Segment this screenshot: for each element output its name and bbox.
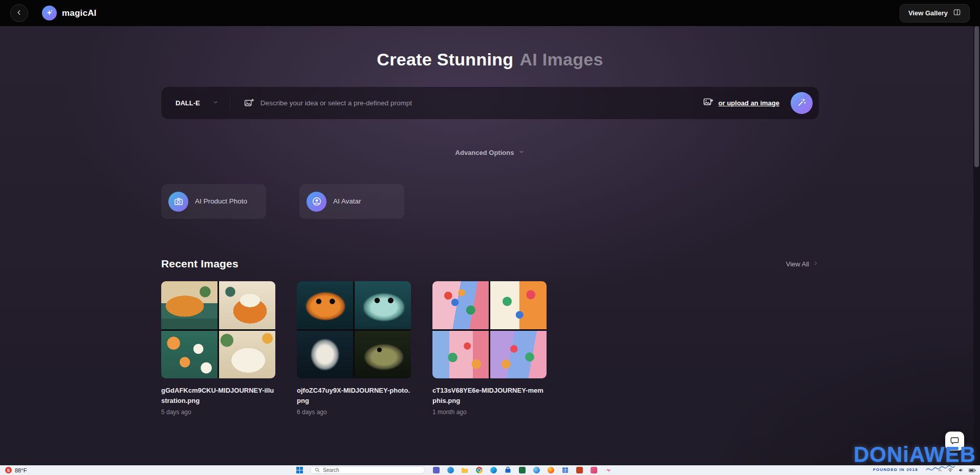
recent-images-header: Recent Images View All [161,258,819,270]
windows-start-icon[interactable] [296,467,303,474]
title-primary: Create Stunning [377,50,513,69]
taskbar-system-tray [938,465,976,475]
ai-avatar-button[interactable]: AI Avatar [299,184,404,219]
divider [230,97,230,110]
gallery-panels-icon [953,8,961,18]
thumbnail-tile [297,331,353,379]
chat-widget-button[interactable] [945,432,964,450]
view-all-link[interactable]: View All [786,260,819,268]
title-secondary: AI Images [519,50,603,69]
recent-images-title: Recent Images [161,258,238,270]
image-age: 1 month ago [432,409,547,416]
view-all-label: View All [786,260,809,268]
weather-badge: 5 [5,467,12,473]
image-filename: ojfoZC47uy9X-MIDJOURNEY-photo.png [297,386,411,405]
upload-image-control[interactable]: or upload an image [703,97,779,109]
prompt-input[interactable] [260,87,703,119]
thumbnail-tile [355,331,411,379]
user-circle-icon [307,192,326,212]
image-filename: gGdAFKcm9CKU-MIDJOURNEY-illustration.png [161,386,275,405]
quick-action-label: AI Avatar [333,197,361,206]
image-thumbnail[interactable] [297,281,411,378]
chevron-down-icon [518,149,525,156]
brand[interactable]: magicAI [42,6,97,20]
image-thumbnail[interactable] [432,281,547,378]
chevron-down-icon [212,99,219,107]
mail-icon[interactable] [590,467,597,474]
thumbnail-tile [432,331,489,379]
thumbnail-tile [490,281,547,329]
thumbnail-tile [161,331,217,379]
chat-bubble-icon [950,436,960,447]
tray-speaker-icon[interactable] [958,467,964,473]
quick-action-label: AI Product Photo [195,197,247,206]
taskbar-search[interactable]: Search [310,466,425,474]
browser-icon[interactable] [533,467,540,474]
recent-images-grid: gGdAFKcm9CKU-MIDJOURNEY-illustration.png… [161,281,819,416]
search-icon [315,467,320,473]
image-upload-icon [703,97,713,109]
thumbnail-tile [297,281,353,329]
opera-icon[interactable] [547,467,554,474]
recent-image-card[interactable]: gGdAFKcm9CKU-MIDJOURNEY-illustration.png… [161,281,275,416]
view-gallery-button[interactable]: View Gallery [900,4,970,22]
search-placeholder: Search [323,467,339,473]
health-chart-icon[interactable] [604,467,612,474]
table-icon[interactable] [561,467,569,474]
edge-icon[interactable] [490,467,497,474]
thumbnail-tile [490,331,547,379]
scrollbar-thumb[interactable] [974,26,979,167]
tray-battery-icon[interactable] [969,468,976,473]
image-filename: cT13sV68YE6e-MIDJOURNEY-memphis.png [432,386,547,405]
thumbnail-tile [355,281,411,329]
image-age: 5 days ago [161,409,275,416]
thumbnail-tile [219,331,275,379]
camera-icon [168,192,188,212]
magicai-logo-icon [42,6,57,20]
magic-wand-icon [797,98,807,109]
tray-wifi-icon[interactable] [947,467,953,473]
brand-name: magicAI [62,8,97,18]
weather-temp: 88°F [15,467,27,473]
file-explorer-icon[interactable] [461,467,468,474]
chevron-right-icon [813,260,819,268]
image-thumbnail[interactable] [161,281,275,378]
advanced-options-toggle[interactable]: Advanced Options [455,149,525,156]
upload-image-link[interactable]: or upload an image [718,99,779,107]
tray-chevron-up-icon[interactable] [938,468,943,473]
powerpoint-icon[interactable] [576,467,583,474]
thumbnail-tile [161,281,217,329]
store-icon[interactable] [504,467,511,474]
model-select[interactable]: DALL-E [161,87,230,119]
page-title: Create StunningAI Images [0,50,980,70]
recent-image-card[interactable]: cT13sV68YE6e-MIDJOURNEY-memphis.png 1 mo… [432,281,547,416]
excel-icon[interactable] [518,467,526,474]
taskbar-center: Search [296,465,612,475]
prompt-bar: DALL-E or upload an image [161,87,819,119]
image-age: 6 days ago [297,409,411,416]
back-button[interactable] [10,4,28,22]
image-add-icon [244,98,254,108]
thumbnail-tile [219,281,275,329]
chrome-icon[interactable] [475,467,483,474]
top-navbar: magicAI View Gallery [0,0,980,26]
windows-taskbar: 5 88°F Search [0,465,980,475]
view-gallery-label: View Gallery [908,9,948,17]
scrollbar-track[interactable] [973,26,980,465]
quick-actions-row: AI Product Photo AI Avatar [161,184,819,219]
chevron-left-icon [15,9,23,18]
main-content: Create StunningAI Images DALL-E or uploa… [0,26,980,475]
generate-button[interactable] [791,92,813,114]
model-select-value: DALL-E [176,99,200,107]
ai-product-photo-button[interactable]: AI Product Photo [161,184,266,219]
taskbar-weather-widget[interactable]: 5 88°F [5,465,27,475]
onedrive-icon[interactable] [447,467,454,474]
teams-icon[interactable] [432,467,440,474]
thumbnail-tile [432,281,489,329]
advanced-options-label: Advanced Options [455,149,514,156]
recent-image-card[interactable]: ojfoZC47uy9X-MIDJOURNEY-photo.png 6 days… [297,281,411,416]
